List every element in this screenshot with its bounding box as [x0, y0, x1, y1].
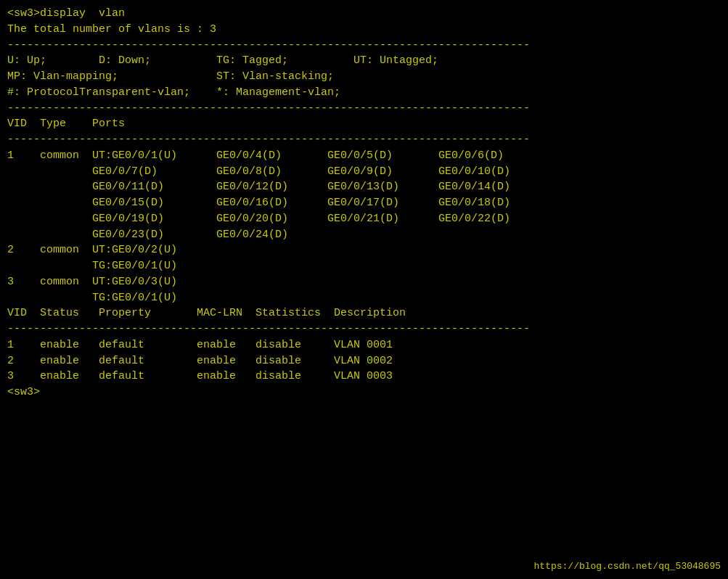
terminal-line: 1 common UT:GE0/0/1(U) GE0/0/4(D) GE0/0/…	[7, 148, 721, 164]
terminal-line: GE0/0/23(D) GE0/0/24(D)	[7, 227, 721, 243]
terminal-line: ----------------------------------------…	[7, 321, 721, 337]
terminal-line: ----------------------------------------…	[7, 38, 721, 54]
terminal-line: TG:GE0/0/1(U)	[7, 290, 721, 306]
terminal-line: GE0/0/15(D) GE0/0/16(D) GE0/0/17(D) GE0/…	[7, 195, 721, 211]
terminal-line: 1 enable default enable disable VLAN 000…	[7, 337, 721, 353]
terminal-line: GE0/0/7(D) GE0/0/8(D) GE0/0/9(D) GE0/0/1…	[7, 164, 721, 180]
terminal-line: VID Type Ports	[7, 116, 721, 132]
watermark: https://blog.csdn.net/qq_53048695	[534, 561, 721, 572]
terminal-line: #: ProtocolTransparent-vlan; *: Manageme…	[7, 85, 721, 101]
terminal-line: GE0/0/11(D) GE0/0/12(D) GE0/0/13(D) GE0/…	[7, 179, 721, 195]
terminal-line: U: Up; D: Down; TG: Tagged; UT: Untagged…	[7, 53, 721, 69]
terminal-line: TG:GE0/0/1(U)	[7, 258, 721, 274]
terminal-line: ----------------------------------------…	[7, 132, 721, 148]
terminal-line: 3 enable default enable disable VLAN 000…	[7, 369, 721, 385]
terminal-line: 2 common UT:GE0/0/2(U)	[7, 242, 721, 258]
terminal-window: <sw3>display vlanThe total number of vla…	[0, 0, 728, 579]
terminal-line: 3 common UT:GE0/0/3(U)	[7, 274, 721, 290]
terminal-line: <sw3>	[7, 385, 721, 401]
terminal-line: The total number of vlans is : 3	[7, 22, 721, 38]
terminal-content: <sw3>display vlanThe total number of vla…	[7, 6, 721, 401]
terminal-line: 2 enable default enable disable VLAN 000…	[7, 353, 721, 369]
terminal-line: GE0/0/19(D) GE0/0/20(D) GE0/0/21(D) GE0/…	[7, 211, 721, 227]
terminal-line: ----------------------------------------…	[7, 101, 721, 117]
terminal-line: VID Status Property MAC-LRN Statistics D…	[7, 305, 721, 321]
terminal-line: MP: Vlan-mapping; ST: Vlan-stacking;	[7, 69, 721, 85]
terminal-line: <sw3>display vlan	[7, 6, 721, 22]
